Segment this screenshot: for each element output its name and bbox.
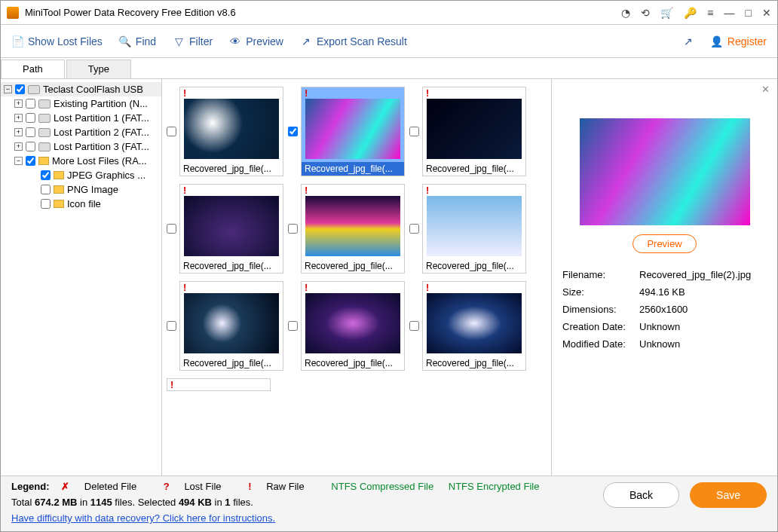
- tree-more[interactable]: −More Lost Files (RA...: [1, 154, 161, 168]
- file-checkbox[interactable]: [167, 321, 176, 331]
- tab-type[interactable]: Type: [66, 60, 131, 78]
- maximize-button[interactable]: □: [746, 7, 752, 19]
- collapse-icon[interactable]: −: [14, 157, 23, 165]
- raw-mark-icon: !: [302, 87, 404, 99]
- file-cell[interactable]: !Recovered_jpg_file(...: [409, 184, 526, 274]
- file-thumb[interactable]: !Recovered_jpg_file(...: [301, 87, 405, 176]
- tab-path[interactable]: Path: [1, 60, 65, 78]
- share-icon[interactable]: ↗: [682, 35, 694, 47]
- file-cell[interactable]: !Recovered_jpg_file(...: [288, 281, 405, 371]
- filter-button[interactable]: ▽Filter: [173, 35, 213, 47]
- file-checkbox[interactable]: [409, 127, 419, 136]
- tree-lost1[interactable]: +Lost Partition 1 (FAT...: [1, 111, 161, 125]
- tree-checkbox[interactable]: [26, 99, 35, 109]
- tree-png[interactable]: PNG Image: [1, 182, 161, 197]
- file-thumb[interactable]: !Recovered_jpg_file(...: [301, 281, 405, 371]
- expand-icon[interactable]: +: [14, 142, 23, 151]
- expand-icon[interactable]: +: [14, 114, 23, 122]
- folder-tree: −Teclast CoolFlash USB +Existing Partiti…: [1, 79, 162, 475]
- file-cell[interactable]: !Recovered_jpg_file(...: [167, 281, 283, 371]
- file-cell[interactable]: !Recovered_jpg_file(...: [167, 184, 283, 274]
- back-button[interactable]: Back: [603, 482, 679, 508]
- raw-mark-icon: !: [423, 282, 525, 293]
- file-checkbox[interactable]: [409, 224, 419, 234]
- preview-button[interactable]: 👁Preview: [229, 35, 283, 47]
- file-cell[interactable]: !Recovered_jpg_file(...: [167, 87, 283, 176]
- tree-checkbox[interactable]: [41, 199, 51, 209]
- expand-icon[interactable]: +: [14, 128, 23, 136]
- window-title: MiniTool Power Data Recovery Free Editio…: [25, 7, 621, 18]
- collapse-icon[interactable]: −: [4, 85, 12, 93]
- file-thumb[interactable]: !Recovered_jpg_file(...: [179, 87, 283, 176]
- tree-lost3[interactable]: +Lost Partition 3 (FAT...: [1, 139, 161, 154]
- file-thumb[interactable]: !Recovered_jpg_file(...: [422, 184, 526, 274]
- tabs: Path Type: [1, 58, 777, 79]
- titlebar-icon-1[interactable]: ◔: [621, 7, 630, 19]
- preview-open-button[interactable]: Preview: [633, 234, 696, 253]
- file-grid[interactable]: !Recovered_jpg_file(...!Recovered_jpg_fi…: [162, 79, 551, 475]
- tree-existing[interactable]: +Existing Partition (N...: [1, 96, 161, 111]
- folder-icon: [54, 185, 64, 194]
- tree-jpeg[interactable]: JPEG Graphics ...: [1, 168, 161, 182]
- user-icon: 👤: [711, 35, 723, 47]
- search-icon: 🔍: [119, 35, 131, 47]
- label-size: Size:: [562, 284, 638, 300]
- tree-checkbox[interactable]: [41, 170, 51, 180]
- thumbnail-image: [427, 196, 522, 256]
- file-checkbox[interactable]: [167, 224, 176, 234]
- drive-icon: [38, 128, 51, 137]
- file-cell[interactable]: !Recovered_jpg_file(...: [288, 184, 405, 274]
- file-cell[interactable]: !Recovered_jpg_file(...: [409, 87, 526, 176]
- file-checkbox[interactable]: [288, 321, 298, 331]
- tree-root[interactable]: −Teclast CoolFlash USB: [1, 82, 161, 96]
- key-icon[interactable]: 🔑: [684, 7, 697, 19]
- file-checkbox[interactable]: [167, 127, 176, 136]
- thumbnail-image: [184, 293, 279, 353]
- tree-checkbox[interactable]: [26, 142, 35, 151]
- thumbnail-image: [184, 99, 279, 159]
- menu-icon[interactable]: ≡: [707, 7, 713, 19]
- file-cell[interactable]: !Recovered_jpg_file(...: [409, 281, 526, 371]
- label-modified: Modified Date:: [562, 336, 638, 352]
- file-checkbox[interactable]: [288, 127, 298, 136]
- tree-checkbox[interactable]: [26, 127, 35, 137]
- tree-checkbox[interactable]: [15, 84, 25, 94]
- cart-icon[interactable]: 🛒: [660, 7, 673, 19]
- save-button[interactable]: Save: [690, 482, 767, 508]
- file-thumb[interactable]: !Recovered_jpg_file(...: [179, 184, 283, 274]
- register-button[interactable]: 👤Register: [711, 35, 767, 47]
- close-button[interactable]: ✕: [762, 7, 771, 19]
- thumbnail-image: [305, 293, 400, 353]
- expand-icon[interactable]: +: [14, 99, 23, 108]
- tree-checkbox[interactable]: [41, 185, 51, 194]
- footer: Legend: ✗ Deleted File ? Lost File ! Raw…: [1, 475, 777, 531]
- list-icon: 📄: [11, 35, 23, 47]
- titlebar-icon-2[interactable]: ⟲: [641, 7, 650, 19]
- drive-icon: [38, 142, 51, 151]
- file-thumb[interactable]: !Recovered_jpg_file(...: [179, 281, 283, 371]
- label-creation: Creation Date:: [562, 319, 638, 335]
- thumbnail-image: [305, 99, 400, 159]
- value-creation: Unknown: [639, 319, 755, 335]
- tree-checkbox[interactable]: [26, 156, 35, 166]
- show-lost-files-button[interactable]: 📄Show Lost Files: [11, 35, 103, 47]
- value-size: 494.16 KB: [639, 284, 755, 300]
- file-name: Recovered_jpg_file(...: [302, 162, 404, 176]
- file-cell[interactable]: !Recovered_jpg_file(...: [288, 87, 405, 176]
- close-preview-icon[interactable]: ✕: [761, 84, 770, 95]
- file-checkbox[interactable]: [409, 321, 419, 331]
- minimize-button[interactable]: —: [724, 7, 735, 19]
- help-link[interactable]: Have difficulty with data recovery? Clic…: [11, 512, 275, 524]
- tree-icon[interactable]: Icon file: [1, 197, 161, 211]
- export-button[interactable]: ↗Export Scan Result: [300, 35, 407, 47]
- raw-mark-icon: !: [180, 185, 283, 196]
- file-checkbox[interactable]: [288, 224, 298, 234]
- file-thumb[interactable]: !Recovered_jpg_file(...: [422, 281, 526, 371]
- tree-lost2[interactable]: +Lost Partition 2 (FAT...: [1, 125, 161, 139]
- find-button[interactable]: 🔍Find: [119, 35, 156, 47]
- file-thumb[interactable]: !Recovered_jpg_file(...: [422, 87, 526, 176]
- file-thumb[interactable]: !Recovered_jpg_file(...: [301, 184, 405, 274]
- tree-checkbox[interactable]: [26, 113, 35, 123]
- label-filename: Filename:: [562, 267, 638, 283]
- file-thumb[interactable]: !: [167, 378, 271, 391]
